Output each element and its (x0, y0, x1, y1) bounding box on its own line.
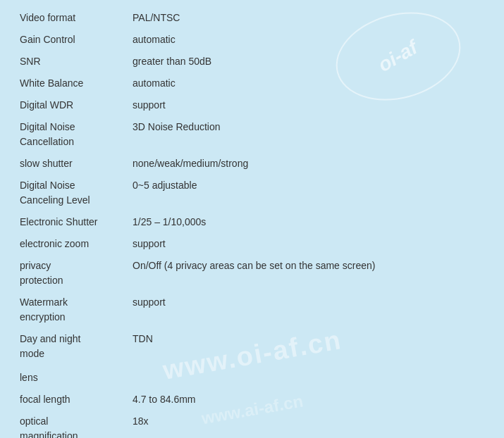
table-row: Digital NoiseCancellation3D Noise Reduct… (14, 116, 490, 153)
spec-label: electronic zoom (14, 233, 127, 255)
spec-label: slow shutter (14, 153, 127, 175)
spec-value: PAL/NTSC (127, 7, 490, 29)
table-row: electronic zoomsupport (14, 233, 490, 255)
spec-label: focal length (14, 389, 127, 411)
table-row: SNRgreater than 50dB (14, 51, 490, 73)
spec-value: 3D Noise Reduction (127, 116, 490, 153)
spec-value: 18x (127, 411, 490, 438)
spec-value: greater than 50dB (127, 51, 490, 73)
table-row: White Balanceautomatic (14, 73, 490, 94)
table-row: slow shutternone/weak/medium/strong (14, 153, 490, 175)
table-row: Gain Controlautomatic (14, 29, 490, 51)
spec-label: SNR (14, 51, 127, 73)
spec-label: Electronic Shutter (14, 211, 127, 233)
main-content: Video formatPAL/NTSCGain Controlautomati… (0, 0, 504, 438)
spec-value: automatic (127, 73, 490, 94)
spec-label: Digital NoiseCanceling Level (14, 175, 127, 211)
specs-table: Video formatPAL/NTSCGain Controlautomati… (14, 7, 490, 438)
table-row: focal length4.7 to 84.6mm (14, 389, 490, 411)
spec-value: support (127, 292, 490, 328)
table-row: Watermarkencryptionsupport (14, 292, 490, 328)
spec-label: Day and nightmode (14, 328, 127, 365)
table-row: privacyprotectionOn/Off (4 privacy areas… (14, 255, 490, 292)
spec-label: privacyprotection (14, 255, 127, 292)
spec-value (127, 365, 490, 389)
spec-label: lens (14, 365, 127, 389)
spec-label: Video format (14, 7, 127, 29)
spec-value: 0~5 adjustable (127, 175, 490, 211)
spec-value: automatic (127, 29, 490, 51)
spec-label: opticalmagnification (14, 411, 127, 438)
table-row: opticalmagnification18x (14, 411, 490, 438)
table-row: Digital WDRsupport (14, 94, 490, 116)
spec-value: none/weak/medium/strong (127, 153, 490, 175)
spec-value: support (127, 94, 490, 116)
table-row: Digital NoiseCanceling Level0~5 adjustab… (14, 175, 490, 211)
table-row: Day and nightmodeTDN (14, 328, 490, 365)
table-row: lens (14, 365, 490, 389)
spec-value: TDN (127, 328, 490, 365)
spec-label: Digital NoiseCancellation (14, 116, 127, 153)
spec-label: Watermarkencryption (14, 292, 127, 328)
table-row: Electronic Shutter1/25 – 1/10,000s (14, 211, 490, 233)
spec-label: White Balance (14, 73, 127, 94)
spec-value: 4.7 to 84.6mm (127, 389, 490, 411)
spec-label: Digital WDR (14, 94, 127, 116)
spec-label: Gain Control (14, 29, 127, 51)
spec-value: support (127, 233, 490, 255)
spec-value: On/Off (4 privacy areas can be set on th… (127, 255, 490, 292)
spec-value: 1/25 – 1/10,000s (127, 211, 490, 233)
table-row: Video formatPAL/NTSC (14, 7, 490, 29)
